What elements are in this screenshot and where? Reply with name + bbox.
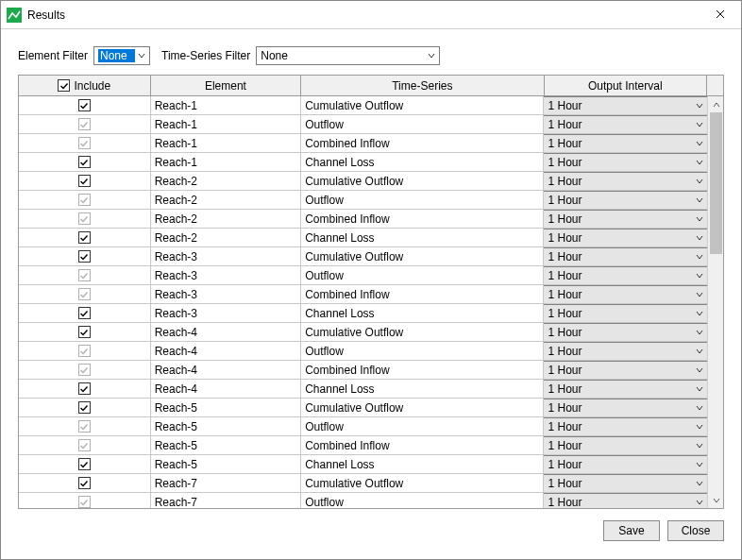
header-output-interval[interactable]: Output Interval [545,76,708,95]
output-interval-dropdown[interactable]: 1 Hour [544,229,707,246]
window-close-button[interactable] [699,1,741,29]
output-interval-value: 1 Hour [548,439,582,452]
include-checkbox[interactable] [78,326,91,338]
chevron-down-icon [694,216,705,222]
chevron-down-icon [694,424,705,430]
output-interval-dropdown[interactable]: 1 Hour [544,304,707,322]
output-interval-dropdown[interactable]: 1 Hour [544,399,707,416]
output-interval-dropdown[interactable]: 1 Hour [544,247,707,265]
output-interval-dropdown[interactable]: 1 Hour [544,285,707,303]
chevron-down-icon [425,48,437,63]
output-interval-dropdown[interactable]: 1 Hour [544,436,707,454]
cell-timeseries: Outflow [301,266,544,284]
cell-timeseries: Outflow [301,342,544,360]
include-checkbox [78,364,91,376]
cell-include [19,474,151,492]
output-interval-dropdown[interactable]: 1 Hour [544,361,707,379]
table-row: Reach-3Channel Loss1 Hour [19,304,707,323]
cell-element: Reach-2 [151,210,302,228]
output-interval-dropdown[interactable]: 1 Hour [544,455,707,473]
table-row: Reach-7Cumulative Outflow1 Hour [19,474,707,493]
cell-timeseries: Outflow [301,115,544,133]
cell-element: Reach-2 [151,172,302,190]
include-checkbox[interactable] [78,175,91,187]
cell-include [19,96,151,114]
output-interval-dropdown[interactable]: 1 Hour [544,153,707,171]
output-interval-value: 1 Hour [548,496,582,508]
cell-include [19,361,151,379]
cell-include [19,323,151,341]
include-checkbox[interactable] [78,477,91,489]
scroll-up-button[interactable] [708,96,723,112]
cell-timeseries: Outflow [301,417,544,435]
header-scroll-spacer [707,76,723,95]
include-checkbox[interactable] [78,382,91,395]
table-row: Reach-5Combined Inflow1 Hour [19,436,707,455]
chevron-down-icon [694,481,705,486]
chevron-down-icon [694,103,705,109]
filter-bar: Element Filter None Time-Series Filter N… [1,29,741,75]
vertical-scrollbar[interactable] [707,96,723,508]
header-element[interactable]: Element [151,76,302,95]
chevron-down-icon [694,141,705,146]
output-interval-dropdown[interactable]: 1 Hour [544,191,707,209]
header-include: Include [19,76,151,95]
table-row: Reach-1Channel Loss1 Hour [19,153,707,172]
table-row: Reach-4Combined Inflow1 Hour [19,361,707,380]
cell-timeseries: Cumulative Outflow [301,474,544,492]
include-all-checkbox[interactable] [58,79,70,92]
table-row: Reach-5Outflow1 Hour [19,417,707,436]
output-interval-dropdown[interactable]: 1 Hour [544,172,707,190]
include-checkbox[interactable] [78,307,91,319]
output-interval-dropdown[interactable]: 1 Hour [544,342,707,360]
include-checkbox[interactable] [78,231,91,244]
chevron-down-icon [694,178,705,184]
element-filter-label: Element Filter [18,49,88,62]
include-checkbox [78,269,91,281]
save-button[interactable]: Save [603,520,660,541]
output-interval-value: 1 Hour [548,269,582,282]
cell-timeseries: Channel Loss [301,153,544,171]
cell-timeseries: Cumulative Outflow [301,247,544,265]
output-interval-dropdown[interactable]: 1 Hour [544,266,707,284]
results-table: Include Element Time-Series Output Inter… [18,75,724,509]
include-checkbox[interactable] [78,156,91,168]
scroll-down-button[interactable] [708,492,723,508]
header-timeseries[interactable]: Time-Series [301,76,544,95]
table-row: Reach-4Cumulative Outflow1 Hour [19,323,707,342]
cell-element: Reach-1 [151,153,302,171]
output-interval-dropdown[interactable]: 1 Hour [544,210,707,228]
output-interval-dropdown[interactable]: 1 Hour [544,474,707,492]
titlebar: Results [1,1,741,29]
include-checkbox[interactable] [78,99,91,111]
output-interval-dropdown[interactable]: 1 Hour [544,493,707,508]
output-interval-value: 1 Hour [548,364,582,377]
element-filter-dropdown[interactable]: None [93,46,150,65]
include-checkbox[interactable] [78,250,91,263]
include-checkbox[interactable] [78,401,91,414]
table-header: Include Element Time-Series Output Inter… [19,76,723,96]
cell-include [19,342,151,360]
cell-include [19,304,151,322]
cell-include [19,455,151,473]
cell-timeseries: Combined Inflow [301,361,544,379]
include-checkbox [78,345,91,357]
cell-include [19,229,151,246]
element-filter-value: None [98,49,135,62]
cell-timeseries: Cumulative Outflow [301,96,544,114]
scroll-thumb[interactable] [710,112,722,254]
table-row: Reach-3Outflow1 Hour [19,266,707,285]
output-interval-dropdown[interactable]: 1 Hour [544,96,707,114]
table-body: Reach-1Cumulative Outflow1 HourReach-1Ou… [19,96,707,508]
output-interval-dropdown[interactable]: 1 Hour [544,134,707,152]
cell-include [19,153,151,171]
output-interval-dropdown[interactable]: 1 Hour [544,115,707,133]
table-row: Reach-1Cumulative Outflow1 Hour [19,96,707,115]
output-interval-dropdown[interactable]: 1 Hour [544,380,707,398]
close-button[interactable]: Close [667,520,724,541]
timeseries-filter-dropdown[interactable]: None [256,46,440,65]
include-checkbox[interactable] [78,458,91,470]
output-interval-value: 1 Hour [548,231,582,245]
output-interval-dropdown[interactable]: 1 Hour [544,417,707,435]
output-interval-dropdown[interactable]: 1 Hour [544,323,707,341]
